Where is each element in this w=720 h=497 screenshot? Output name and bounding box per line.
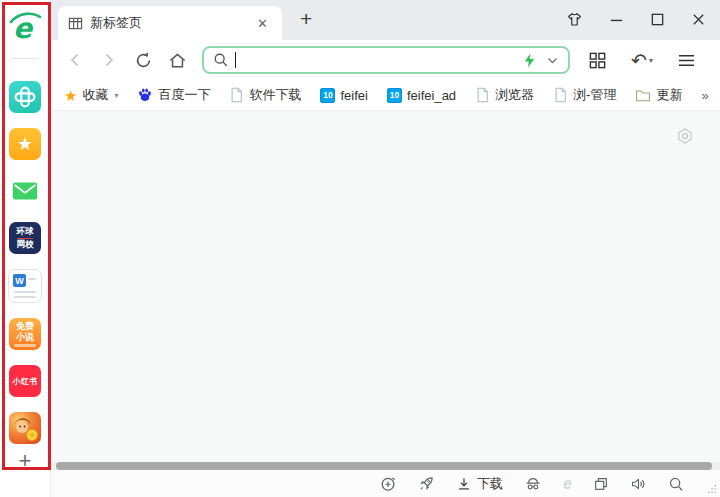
word-badge: W (13, 274, 26, 287)
window-controls (566, 11, 706, 28)
sidebar-item-games[interactable] (9, 81, 41, 113)
download-icon (456, 476, 472, 492)
refresh-button[interactable] (126, 45, 160, 75)
maximize-icon (650, 12, 665, 27)
download-button[interactable]: 下载 (456, 475, 503, 493)
lightning-icon[interactable] (523, 53, 536, 68)
minimize-icon (609, 12, 624, 27)
baidu-paw-icon (137, 87, 153, 103)
forward-icon (100, 51, 118, 69)
close-icon (691, 12, 706, 27)
win10-icon: 10 (320, 88, 335, 103)
incognito-button[interactable] (524, 475, 542, 492)
novel-label-line2: 小说 (16, 332, 34, 342)
speaker-icon (630, 476, 647, 492)
star-icon: ★ (64, 88, 77, 103)
boost-button[interactable] (380, 475, 397, 492)
win10-icon: 10 (387, 88, 402, 103)
bookmarks-overflow-chevron[interactable]: » (701, 88, 708, 103)
bookmark-software-download[interactable]: 软件下载 (229, 86, 301, 104)
tab-close-icon[interactable]: ✕ (253, 14, 272, 33)
browser-logo-icon[interactable]: e (7, 8, 43, 48)
sidebar-item-word-doc[interactable]: W (8, 269, 42, 303)
grid-icon (588, 51, 607, 70)
zoom-button[interactable] (668, 476, 684, 492)
sidebar-item-hqwx[interactable]: 环球 网校 (9, 222, 41, 254)
newtab-grid-icon (68, 16, 83, 31)
text-cursor (235, 52, 236, 68)
horizontal-scrollbar-thumb[interactable] (56, 462, 712, 470)
app-sidebar: e ★ 环球 网校 W 免费 小说 小红书 (0, 0, 51, 497)
novel-subtext (14, 344, 36, 347)
sidebar-add-button[interactable]: + (19, 450, 32, 472)
refresh-icon (134, 51, 153, 70)
sidebar-item-free-novels[interactable]: 免费 小说 (9, 318, 41, 350)
apps-grid-button[interactable] (588, 51, 607, 70)
folder-icon (635, 88, 651, 103)
home-button[interactable] (160, 45, 194, 75)
bookmark-label: 浏-管理 (573, 86, 616, 104)
main-menu-button[interactable] (677, 52, 696, 69)
gear-icon (676, 127, 694, 145)
address-input[interactable] (238, 52, 523, 69)
chevron-down-icon[interactable] (546, 54, 559, 67)
page-settings-button[interactable] (676, 127, 694, 145)
tshirt-icon (566, 11, 583, 28)
caret-down-icon: ▾ (114, 91, 118, 100)
bookmark-label: feifei_ad (407, 88, 456, 103)
back-button[interactable] (58, 45, 92, 75)
page-icon (475, 87, 490, 103)
sidebar-item-mail[interactable] (9, 175, 41, 207)
bookmark-label: 软件下载 (249, 86, 301, 104)
compatibility-mode-button-disabled[interactable]: e (563, 476, 572, 492)
bookmark-label: 百度一下 (158, 86, 210, 104)
status-bar: 下载 e (50, 470, 720, 497)
bookmark-browser-manage[interactable]: 浏-管理 (553, 86, 616, 104)
bookmark-folder-update[interactable]: 更新 (635, 86, 682, 104)
magnifier-icon (668, 476, 684, 492)
new-tab-button[interactable]: + (300, 8, 312, 29)
minimize-button[interactable] (609, 12, 624, 27)
sidebar-item-xiaohongshu[interactable]: 小红书 (9, 365, 41, 397)
bookmark-baidu[interactable]: 百度一下 (137, 86, 210, 104)
home-icon (168, 51, 187, 70)
doc-line (28, 278, 36, 280)
bookmark-label: feifei (340, 88, 367, 103)
ie-compat-icon: e (563, 476, 572, 492)
address-bar[interactable] (202, 46, 570, 74)
maximize-button[interactable] (650, 12, 665, 27)
download-label: 下载 (477, 475, 503, 493)
page-content (50, 111, 720, 462)
window-resize-grip[interactable] (707, 484, 717, 494)
novel-label-line1: 免费 (16, 321, 34, 331)
sidebar-item-favorites[interactable]: ★ (9, 128, 41, 160)
sidebar-divider (12, 58, 38, 59)
tab-new-tab-page[interactable]: 新标签页 ✕ (58, 6, 282, 40)
bookmark-feifei-ad[interactable]: 10 feifei_ad (387, 88, 456, 103)
incognito-icon (524, 475, 542, 492)
bookmark-label: 浏览器 (495, 86, 534, 104)
bookmark-feifei[interactable]: 10 feifei (320, 88, 367, 103)
doc-line (14, 296, 36, 298)
sidebar-item-game-ad[interactable] (9, 412, 41, 444)
back-icon (66, 51, 84, 69)
timer-plus-icon (380, 475, 397, 492)
volume-button[interactable] (630, 476, 647, 492)
bookmark-browser[interactable]: 浏览器 (475, 86, 534, 104)
horizontal-scrollbar-track[interactable] (50, 462, 720, 470)
page-icon (553, 87, 568, 103)
restore-closed-tab-button[interactable]: ↶ ▾ (631, 51, 653, 70)
doc-line (14, 291, 36, 293)
mini-window-button[interactable] (593, 476, 609, 492)
forward-button[interactable] (92, 45, 126, 75)
hamburger-menu-icon (677, 52, 696, 69)
tab-bar: 新标签页 ✕ + (50, 0, 720, 40)
favorites-label: 收藏 (82, 86, 108, 104)
favorites-button[interactable]: ★ 收藏 ▾ (64, 86, 118, 104)
close-button[interactable] (691, 12, 706, 27)
theme-skin-button[interactable] (566, 11, 583, 28)
game-rocket-button[interactable] (418, 475, 435, 492)
bookmark-label: 更新 (656, 86, 682, 104)
hqwx-label-line1: 环球 (17, 227, 34, 237)
plus-icon: + (19, 448, 32, 473)
